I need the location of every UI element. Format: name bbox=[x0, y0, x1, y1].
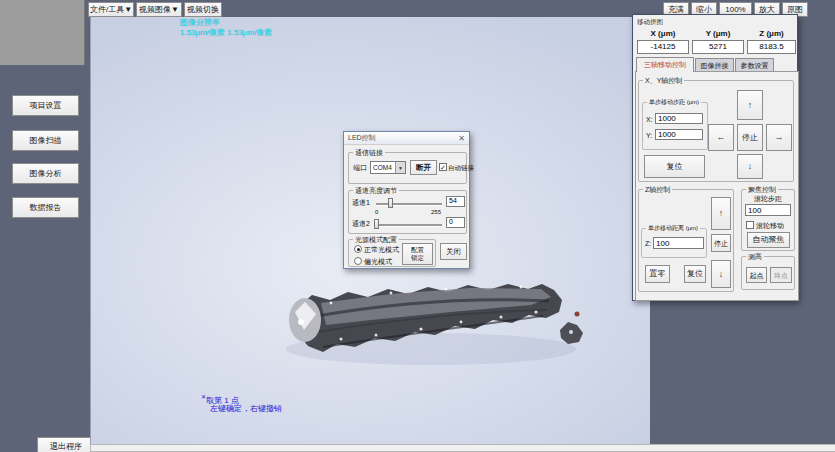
measure-start-button[interactable]: 起点 bbox=[746, 267, 767, 283]
x-step-input[interactable] bbox=[655, 113, 703, 124]
channel1-label: 通道1 bbox=[352, 198, 370, 207]
wheel-move-label: 滚轮移动 bbox=[756, 221, 784, 230]
menu-video-switch[interactable]: 视频切换 bbox=[184, 2, 222, 17]
pick-point-instructions: 左键确定，右键撤销 bbox=[210, 404, 282, 414]
config-lock-button[interactable]: 配置 锁定 bbox=[402, 243, 433, 265]
auto-link-checkbox[interactable]: ✓ bbox=[439, 163, 447, 171]
z-reset-button[interactable]: 复位 bbox=[684, 265, 706, 283]
z-down-button[interactable]: ↓ bbox=[711, 260, 731, 288]
x-axis-header: X (μm) bbox=[637, 29, 689, 39]
move-left-button[interactable]: ← bbox=[708, 124, 734, 151]
slider-min-label: 0 bbox=[375, 208, 378, 217]
app-window: 文件/工具▼ 视频图像▼ 视频切换 充满 缩小 100% 放大 原图 项目设置 … bbox=[0, 0, 835, 452]
auto-link-label: 自动链接 bbox=[448, 163, 474, 172]
move-up-button[interactable]: ↑ bbox=[737, 90, 763, 120]
normal-light-label: 正常光模式 bbox=[364, 245, 399, 254]
sidebar-item-data-report[interactable]: 数据报告 bbox=[12, 197, 79, 218]
red-speck bbox=[575, 312, 580, 317]
led-dialog-titlebar[interactable]: LED控制 bbox=[344, 132, 469, 145]
brightness-group: 通道亮度调节 通道1 54 0 255 通道2 0 bbox=[348, 190, 467, 234]
y-axis-header: Y (μm) bbox=[692, 29, 744, 39]
z-step-group: 单步移动距离 (μm) Z: bbox=[641, 228, 707, 258]
wheel-move-checkbox[interactable] bbox=[746, 221, 754, 229]
z-step-label: Z: bbox=[645, 239, 651, 248]
motion-panel-title: 移动拼图 bbox=[637, 17, 663, 26]
xy-reset-button[interactable]: 复位 bbox=[644, 155, 705, 178]
autofocus-button[interactable]: 自动聚焦 bbox=[747, 232, 790, 248]
xy-stop-button[interactable]: 停止 bbox=[737, 124, 763, 151]
y-step-input[interactable] bbox=[655, 129, 703, 140]
channel2-slider-handle[interactable] bbox=[374, 219, 379, 229]
disconnect-button[interactable]: 断开 bbox=[410, 160, 437, 175]
xy-step-group: 单步移动步距 (μm) X: Y: bbox=[642, 102, 708, 150]
z-zero-button[interactable]: 置零 bbox=[645, 265, 670, 283]
y-position-value: 5271 bbox=[692, 40, 744, 54]
sidebar-item-project-settings[interactable]: 项目设置 bbox=[12, 95, 79, 116]
normal-light-radio[interactable] bbox=[354, 245, 362, 253]
led-close-button[interactable]: 关闭 bbox=[440, 243, 467, 260]
channel1-slider-handle[interactable] bbox=[388, 198, 393, 208]
port-select[interactable]: COM4 ▼ bbox=[370, 161, 406, 174]
menu-file-tools[interactable]: 文件/工具▼ bbox=[88, 2, 134, 17]
channel2-value[interactable]: 0 bbox=[446, 217, 465, 228]
sidebar-item-image-analysis[interactable]: 图像分析 bbox=[12, 163, 79, 184]
tab-parameter-settings[interactable]: 参数设置 bbox=[735, 58, 774, 72]
menu-video-image[interactable]: 视频图像▼ bbox=[136, 2, 182, 17]
z-axis-header: Z (μm) bbox=[747, 29, 796, 39]
channel1-slider[interactable] bbox=[376, 203, 442, 206]
z-axis-group: Z轴控制 ↑ 单步移动距离 (μm) Z: 停止 置零 复位 ↓ bbox=[638, 189, 734, 292]
polarized-light-radio[interactable] bbox=[354, 257, 362, 265]
z-stop-button[interactable]: 停止 bbox=[711, 234, 731, 252]
light-mode-group: 光源模式配置 正常光模式 偏光模式 配置 锁定 bbox=[348, 239, 436, 267]
z-up-button[interactable]: ↑ bbox=[711, 197, 731, 230]
led-control-dialog: LED控制 ✕ 通信链接 端口 COM4 ▼ 断开 ✓ 自动链接 通道亮度调节 … bbox=[343, 131, 470, 269]
horizontal-scrollbar[interactable] bbox=[90, 444, 835, 452]
channel2-slider[interactable] bbox=[376, 224, 442, 227]
measure-end-button[interactable]: 终点 bbox=[770, 267, 792, 283]
x-step-label: X: bbox=[646, 115, 653, 124]
tab-three-axis-control[interactable]: 三轴移动控制 bbox=[636, 57, 694, 72]
wheel-step-input[interactable] bbox=[745, 204, 791, 216]
channel1-value[interactable]: 54 bbox=[446, 196, 465, 207]
y-step-label: Y: bbox=[646, 131, 652, 140]
move-down-button[interactable]: ↓ bbox=[737, 154, 763, 179]
slider-max-label: 255 bbox=[431, 208, 441, 217]
z-step-input[interactable] bbox=[653, 237, 704, 249]
dropdown-icon: ▼ bbox=[395, 162, 405, 173]
channel2-label: 通道2 bbox=[352, 219, 370, 228]
move-right-button[interactable]: → bbox=[766, 124, 792, 151]
focus-control-group: 聚焦控制 滚轮步距 滚轮移动 自动聚焦 bbox=[741, 189, 795, 251]
polarized-light-label: 偏光模式 bbox=[364, 257, 392, 266]
close-icon[interactable]: ✕ bbox=[456, 133, 467, 144]
exit-program-button[interactable]: 退出程序 bbox=[37, 437, 95, 452]
height-measure-group: 测高 起点 终点 bbox=[741, 256, 795, 290]
x-position-value: -14125 bbox=[637, 40, 689, 54]
xy-axis-group: X、Y轴控制 单步移动步距 (μm) X: Y: 复位 ↑ ← 停止 → ↓ bbox=[638, 80, 794, 182]
port-label: 端口 bbox=[353, 163, 367, 172]
sidebar-item-image-scan[interactable]: 图像扫描 bbox=[12, 130, 79, 151]
camera-preview-placeholder bbox=[0, 0, 85, 65]
resolution-overlay-title: 图像分辨率 bbox=[180, 18, 220, 28]
led-dialog-title: LED控制 bbox=[348, 133, 376, 143]
comm-link-group: 通信链接 端口 COM4 ▼ 断开 ✓ 自动链接 bbox=[348, 152, 467, 184]
motion-panel: 移动拼图 X (μm) Y (μm) Z (μm) -14125 5271 81… bbox=[632, 14, 798, 301]
tab-image-stitching[interactable]: 图像拼接 bbox=[695, 58, 734, 72]
z-position-value: 8183.5 bbox=[747, 40, 796, 54]
wheel-step-label: 滚轮步距 bbox=[754, 194, 782, 203]
resolution-overlay-value: 1.53μm/像素 1.53μm/像素 bbox=[180, 28, 272, 38]
